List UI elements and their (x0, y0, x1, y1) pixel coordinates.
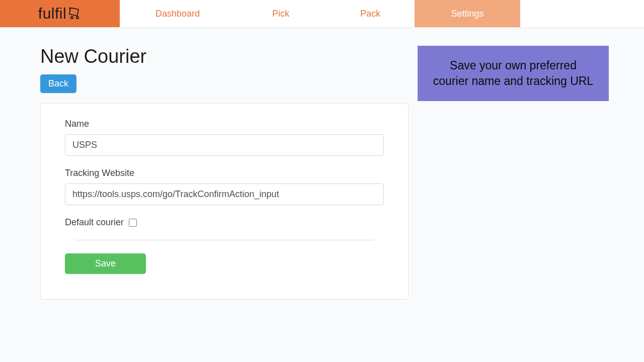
tracking-label: Tracking Website (65, 168, 384, 178)
form-card: Name Tracking Website Default courier Sa… (40, 103, 409, 300)
name-input[interactable] (65, 134, 384, 156)
info-text: Save your own preferred courier name and… (433, 59, 593, 87)
info-callout: Save your own preferred courier name and… (418, 46, 609, 101)
logo-text: fulfil (38, 5, 66, 22)
nav-dashboard[interactable]: Dashboard (120, 0, 235, 27)
save-button[interactable]: Save (65, 253, 146, 274)
page-body: New Courier Back Name Tracking Website D… (0, 28, 644, 300)
name-label: Name (65, 119, 384, 129)
cart-icon (67, 6, 82, 23)
top-nav: fulfil Dashboard Pick Pack Settings (0, 0, 644, 28)
main-column: New Courier Back Name Tracking Website D… (40, 46, 409, 300)
nav-pack[interactable]: Pack (326, 0, 415, 27)
default-courier-row: Default courier (65, 217, 384, 228)
svg-point-2 (71, 17, 73, 19)
svg-rect-0 (69, 8, 78, 16)
default-courier-label: Default courier (65, 217, 124, 228)
logo-block[interactable]: fulfil (0, 0, 120, 27)
nav-settings[interactable]: Settings (415, 0, 520, 27)
page-title: New Courier (40, 46, 409, 67)
svg-line-1 (69, 8, 70, 10)
svg-point-3 (76, 17, 78, 19)
default-courier-checkbox[interactable] (129, 219, 137, 227)
form-divider (75, 240, 374, 240)
back-button[interactable]: Back (40, 74, 76, 93)
tracking-input[interactable] (65, 184, 384, 205)
nav-pick[interactable]: Pick (235, 0, 326, 27)
logo: fulfil (38, 5, 82, 22)
